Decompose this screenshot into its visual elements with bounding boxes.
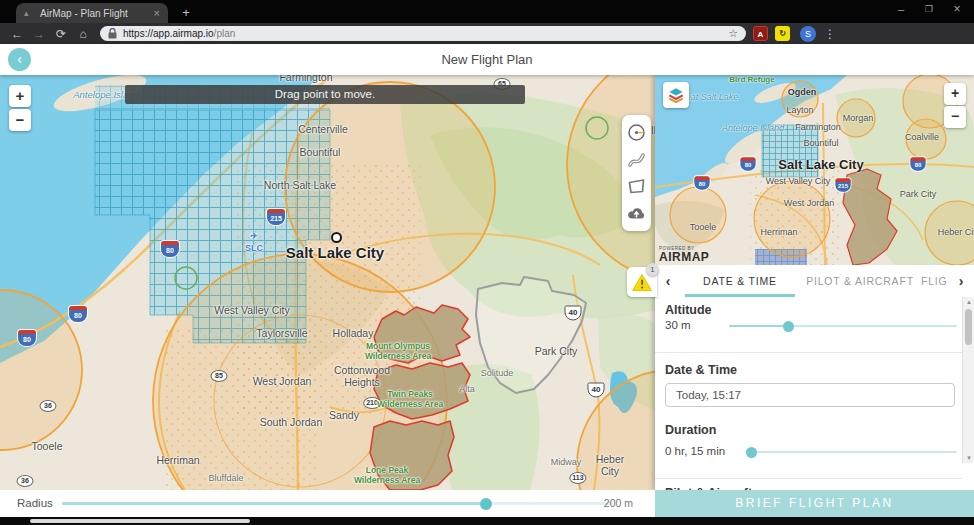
- warning-count-badge: 1: [646, 263, 659, 276]
- page-title: New Flight Plan: [0, 52, 974, 67]
- map-tooltip: Drag point to move.: [125, 85, 525, 104]
- back-icon[interactable]: ←: [6, 27, 28, 41]
- panel-body: Altitude 30 m Date & Time Duration 0 hr,…: [655, 297, 974, 463]
- duration-slider-thumb[interactable]: [746, 447, 757, 458]
- radius-label: Radius: [17, 497, 53, 509]
- flight-point-marker[interactable]: [331, 232, 342, 243]
- tab-close-icon[interactable]: ×: [154, 7, 160, 19]
- path-tool-icon[interactable]: [626, 149, 647, 170]
- divider: [655, 352, 962, 353]
- duration-slider[interactable]: [747, 451, 957, 453]
- datetime-input[interactable]: [665, 383, 955, 407]
- datetime-heading: Date & Time: [665, 363, 737, 377]
- tab-favicon-icon: ▴: [24, 8, 34, 18]
- interstate-shield: 80: [69, 306, 87, 322]
- tab-date-time[interactable]: DATE & TIME: [681, 265, 799, 297]
- divider: [655, 478, 962, 479]
- layers-icon: [668, 87, 684, 103]
- tabs-next-icon[interactable]: ›: [948, 265, 974, 297]
- interstate-shield: 215: [835, 178, 850, 192]
- minimap-zoom-out-button[interactable]: −: [944, 106, 966, 128]
- minimap-canvas: [655, 75, 974, 265]
- url-host: https://app.airmap.io: [123, 28, 214, 39]
- side-panel: Bird Refuge Great Salt Lake Ogden Layton…: [655, 75, 974, 490]
- window-maximize-button[interactable]: ❐: [916, 0, 942, 20]
- bookmark-star-icon[interactable]: ☆: [728, 27, 738, 40]
- interstate-shield: 80: [740, 157, 755, 171]
- radius-bar: Radius 200 m: [0, 490, 655, 517]
- interstate-shield: 215: [267, 209, 285, 225]
- map-zoom-in-button[interactable]: +: [9, 85, 31, 107]
- home-icon[interactable]: ⌂: [72, 27, 94, 41]
- url-path: /plan: [214, 28, 236, 39]
- warning-triangle-icon: [631, 273, 653, 292]
- panel-tabs: ‹ DATE & TIME PILOT & AIRCRAFT FLIGHT ›: [655, 265, 974, 298]
- altitude-slider-thumb[interactable]: [783, 321, 794, 332]
- radius-value: 200 m: [604, 497, 633, 509]
- map-zoom-out-button[interactable]: −: [9, 109, 31, 131]
- bottom-scroll-segment[interactable]: [30, 519, 250, 523]
- altitude-slider[interactable]: [729, 325, 957, 327]
- lock-icon: [108, 28, 117, 39]
- minimap-zoom-in-button[interactable]: +: [944, 83, 966, 105]
- airmap-attribution: POWERED BY AIRMAP: [659, 247, 709, 264]
- browser-tab[interactable]: ▴ AirMap - Plan Flight ×: [16, 3, 168, 23]
- url-bar[interactable]: https://app.airmap.io/plan ☆: [100, 26, 746, 41]
- route-shield: 36: [40, 400, 57, 412]
- main-map[interactable]: Farmington Antelope Island Centerville B…: [0, 75, 655, 490]
- radius-slider-thumb[interactable]: [480, 498, 492, 510]
- mini-map[interactable]: Bird Refuge Great Salt Lake Ogden Layton…: [655, 75, 974, 265]
- interstate-shield: 80: [694, 176, 709, 190]
- browser-toolbar: ← → ⟳ ⌂ https://app.airmap.io/plan ☆ A ↻…: [0, 23, 974, 44]
- reload-icon[interactable]: ⟳: [50, 27, 72, 41]
- interstate-shield: 80: [18, 330, 36, 346]
- minimap-layers-button[interactable]: [663, 82, 689, 108]
- tab-pilot-aircraft[interactable]: PILOT & AIRCRAFT: [799, 265, 921, 297]
- duration-value: 0 hr, 15 min: [665, 445, 725, 457]
- scroll-down-icon[interactable]: ▼: [963, 455, 974, 461]
- tab-flight[interactable]: FLIGHT: [921, 265, 948, 297]
- route-shield: 210: [363, 397, 381, 409]
- map-canvas: [0, 75, 655, 490]
- brief-flight-plan-button[interactable]: BRIEF FLIGHT PLAN: [655, 490, 974, 517]
- upload-tool-icon[interactable]: [626, 203, 647, 224]
- scroll-up-icon[interactable]: ▲: [963, 299, 974, 305]
- advisory-warning-chip[interactable]: 1: [627, 267, 657, 297]
- polygon-tool-icon[interactable]: [626, 176, 647, 197]
- panel-scrollbar[interactable]: ▲ ▼: [962, 297, 974, 463]
- browser-tab-strip: ▴ AirMap - Plan Flight × + – ❐ ×: [0, 0, 974, 23]
- interstate-shield: 80: [161, 241, 179, 257]
- window-minimize-button[interactable]: –: [888, 0, 914, 20]
- profile-avatar[interactable]: S: [800, 26, 816, 42]
- bottom-strip: [0, 517, 974, 525]
- altitude-heading: Altitude: [665, 303, 712, 317]
- forward-icon[interactable]: →: [28, 27, 50, 41]
- circle-tool-icon[interactable]: [626, 122, 647, 143]
- route-shield: 85: [211, 370, 228, 382]
- pdf-extension-icon[interactable]: A: [753, 26, 768, 41]
- app-header: ‹ New Flight Plan: [0, 44, 974, 75]
- yellow-extension-icon[interactable]: ↻: [775, 26, 790, 41]
- scrollbar-thumb[interactable]: [965, 309, 972, 345]
- airmap-logo: AIRMAP: [659, 251, 709, 263]
- tab-title: AirMap - Plan Flight: [40, 8, 150, 19]
- radius-slider[interactable]: [62, 502, 612, 505]
- duration-heading: Duration: [665, 423, 716, 437]
- route-shield: 36: [17, 475, 34, 487]
- interstate-shield: 80: [910, 157, 925, 171]
- new-tab-button[interactable]: +: [178, 5, 194, 21]
- browser-menu-icon[interactable]: ⋮: [824, 27, 836, 41]
- altitude-value: 30 m: [665, 319, 691, 331]
- draw-tools-palette: [622, 115, 651, 231]
- window-close-button[interactable]: ×: [944, 0, 970, 20]
